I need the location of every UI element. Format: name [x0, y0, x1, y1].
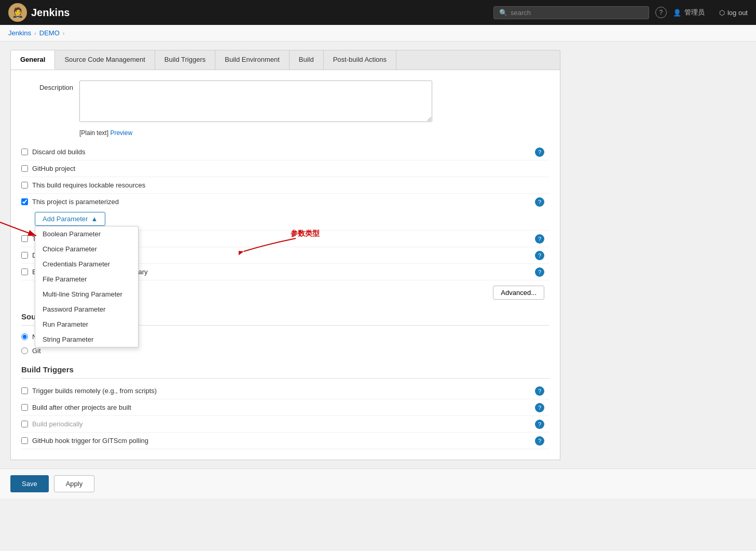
param-file[interactable]: File Parameter: [35, 272, 138, 287]
checkbox-github-input[interactable]: [21, 165, 28, 172]
help-parameterized[interactable]: ?: [535, 197, 544, 207]
tab-bar: General Source Code Management Build Tri…: [10, 50, 560, 70]
main-content: 勾选 参数类型: [0, 42, 571, 468]
radio-none-input[interactable]: [21, 333, 28, 340]
param-credentials[interactable]: Credentials Parameter: [35, 257, 138, 272]
logout-button[interactable]: ⬡ log out: [719, 9, 748, 17]
param-string[interactable]: String Parameter: [35, 332, 138, 347]
checkbox-build-periodically-label: Build periodically: [32, 420, 83, 428]
description-textarea[interactable]: [79, 80, 432, 122]
advanced-button[interactable]: Advanced...: [493, 286, 544, 300]
param-password[interactable]: Password Parameter: [35, 302, 138, 317]
add-param-button[interactable]: Add Parameter ▲: [35, 212, 105, 226]
param-choice[interactable]: Choice Parameter: [35, 241, 138, 257]
parameterized-row: This project is parameterized ?: [21, 198, 549, 206]
checkbox-build-after-label: Build after other projects are built: [32, 404, 131, 411]
help-github-hook[interactable]: ?: [535, 436, 544, 446]
checkbox-github-hook: GitHub hook trigger for GITScm polling ?: [21, 433, 549, 449]
jenkins-title: Jenkins: [31, 7, 70, 19]
checkbox-discard-old-builds: Discard old builds ?: [21, 144, 549, 160]
breadcrumb-jenkins[interactable]: Jenkins: [8, 29, 31, 37]
param-run[interactable]: Run Parameter: [35, 317, 138, 332]
search-input[interactable]: [511, 9, 625, 17]
checkbox-trigger-remote-input[interactable]: [21, 387, 28, 394]
checkbox-github-hook-input[interactable]: [21, 437, 28, 444]
param-dropdown: Boolean Parameter Choice Parameter Crede…: [35, 226, 139, 347]
user-name[interactable]: 管理员: [684, 8, 705, 17]
help-disable[interactable]: ?: [535, 251, 544, 260]
checkbox-discard-label: Discard old builds: [32, 148, 86, 156]
search-icon: 🔍: [499, 9, 507, 17]
breadcrumb-sep1: ›: [34, 30, 36, 36]
form-area: Description [Plain text] Preview Discard…: [10, 70, 560, 460]
checkbox-build-periodically-input[interactable]: [21, 421, 28, 427]
tab-build-environment[interactable]: Build Environment: [215, 50, 290, 70]
checkbox-github-label: GitHub project: [32, 165, 75, 172]
tab-build[interactable]: Build: [290, 50, 324, 70]
plain-text-row: [Plain text] Preview: [79, 129, 549, 137]
bottom-bar: Save Apply: [0, 468, 756, 499]
help-icon[interactable]: ?: [655, 7, 667, 18]
description-label: Description: [21, 80, 73, 91]
param-boolean[interactable]: Boolean Parameter: [35, 226, 138, 241]
logout-label: log out: [727, 9, 748, 17]
user-icon: 👤: [673, 9, 681, 17]
checkbox-parameterized-input[interactable]: [21, 198, 28, 205]
checkbox-lockable-label: This build requires lockable resources: [32, 181, 145, 189]
checkbox-lockable-input[interactable]: [21, 182, 28, 189]
radio-git-input[interactable]: [21, 347, 28, 354]
add-param-chevron: ▲: [91, 215, 98, 223]
checkbox-github-project: GitHub project: [21, 160, 549, 177]
jenkins-logo[interactable]: 🤵 Jenkins: [8, 3, 70, 22]
help-concurrent[interactable]: ?: [535, 267, 544, 277]
checkbox-build-after-input[interactable]: [21, 404, 28, 411]
breadcrumb-demo[interactable]: DEMO: [39, 29, 60, 37]
save-button[interactable]: Save: [10, 475, 49, 492]
header: 🤵 Jenkins 🔍 ? 👤 管理员 ⬡ log out: [0, 0, 756, 25]
checkbox-build-after: Build after other projects are built ?: [21, 399, 549, 416]
checkbox-lockable-resources: This build requires lockable resources: [21, 177, 549, 194]
search-bar[interactable]: 🔍: [493, 6, 649, 19]
add-param-wrapper: Add Parameter ▲ Boolean Parameter Choice…: [35, 212, 105, 226]
tab-post-build-actions[interactable]: Post-build Actions: [324, 50, 396, 70]
add-param-label: Add Parameter: [43, 215, 88, 223]
checkbox-trigger-remote-label: Trigger builds remotely (e.g., from scri…: [32, 387, 157, 395]
breadcrumb: Jenkins › DEMO ›: [0, 25, 756, 42]
tab-build-triggers[interactable]: Build Triggers: [155, 50, 215, 70]
checkbox-trigger-remote: Trigger builds remotely (e.g., from scri…: [21, 383, 549, 399]
tab-source-code-management[interactable]: Source Code Management: [55, 50, 155, 70]
checkbox-build-periodically: Build periodically ?: [21, 416, 549, 433]
breadcrumb-sep2: ›: [63, 30, 65, 36]
help-build-periodically[interactable]: ?: [535, 420, 544, 429]
description-row: Description: [21, 80, 549, 122]
help-discard[interactable]: ?: [535, 147, 544, 157]
preview-link[interactable]: Preview: [110, 129, 132, 137]
user-info: 👤 管理员: [673, 8, 705, 17]
checkbox-concurrent-input[interactable]: [21, 268, 28, 275]
checkbox-discard-input[interactable]: [21, 149, 28, 155]
help-build-after[interactable]: ?: [535, 403, 544, 412]
help-throttle[interactable]: ?: [535, 234, 544, 244]
jenkins-icon: 🤵: [8, 3, 27, 22]
apply-button[interactable]: Apply: [54, 475, 95, 492]
param-multiline-string[interactable]: Multi-line String Parameter: [35, 287, 138, 302]
build-triggers-heading: Build Triggers: [21, 358, 549, 379]
logout-icon: ⬡: [719, 9, 725, 17]
checkbox-github-hook-label: GitHub hook trigger for GITScm polling: [32, 437, 148, 445]
help-trigger-remote[interactable]: ?: [535, 386, 544, 396]
checkbox-disable-input[interactable]: [21, 252, 28, 259]
checkbox-parameterized-label: This project is parameterized: [32, 198, 119, 206]
radio-git-label: Git: [32, 347, 41, 355]
tab-general[interactable]: General: [11, 50, 55, 70]
checkbox-throttle-input[interactable]: [21, 235, 28, 242]
parameterized-section: This project is parameterized ? Add Para…: [21, 194, 549, 231]
plain-text-label: [Plain text]: [79, 129, 108, 137]
